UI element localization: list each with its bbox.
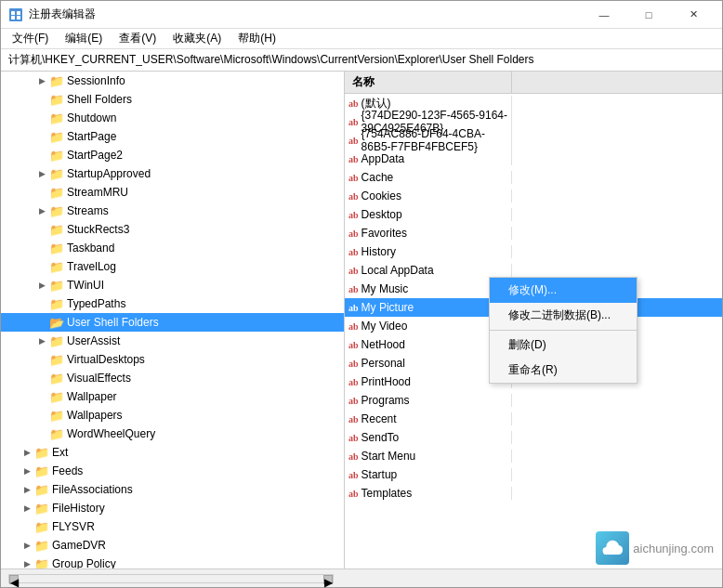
value-name: ab Desktop <box>345 208 512 221</box>
menu-edit[interactable]: 编辑(E) <box>58 29 110 48</box>
folder-icon: 📁 <box>49 372 64 385</box>
expand-icon[interactable]: ▶ <box>34 73 49 88</box>
tree-item-twinui[interactable]: ▶ 📁 TWinUI <box>1 276 344 294</box>
tree-item-startpage2[interactable]: 📁 StartPage2 <box>1 146 344 164</box>
ab-icon: ab <box>348 340 359 350</box>
value-row-recent[interactable]: ab Recent <box>345 410 722 428</box>
value-row-sendto[interactable]: ab SendTo <box>345 428 722 447</box>
tree-item-stuckrects3[interactable]: 📁 StuckRects3 <box>1 220 344 239</box>
tree-item-startpage[interactable]: 📁 StartPage <box>1 127 344 146</box>
folder-icon: 📁 <box>49 130 64 143</box>
h-scrollbar[interactable]: ◀ ▶ <box>8 574 334 583</box>
value-row-favorites[interactable]: ab Favorites <box>345 224 722 242</box>
context-menu-rename[interactable]: 重命名(R) <box>490 358 637 383</box>
expand-icon[interactable]: ▶ <box>20 556 34 568</box>
title-bar-left: 注册表编辑器 <box>8 7 96 22</box>
context-menu-modify[interactable]: 修改(M)... <box>490 278 637 303</box>
value-label: Personal <box>362 357 405 370</box>
value-name: ab History <box>345 245 512 258</box>
tree-item-userassist[interactable]: ▶ 📁 UserAssist <box>1 332 344 350</box>
folder-icon: 📁 <box>49 353 64 366</box>
tree-item-virtualdesktops[interactable]: 📁 VirtualDesktops <box>1 350 344 369</box>
close-button[interactable]: ✕ <box>672 1 715 29</box>
tree-item-visualeffects[interactable]: 📁 VisualEffects <box>1 369 344 387</box>
menu-favorites[interactable]: 收藏夹(A) <box>165 29 229 48</box>
tree-item-typedpaths[interactable]: 📁 TypedPaths <box>1 294 344 313</box>
registry-editor-window: 注册表编辑器 — □ ✕ 文件(F) 编辑(E) 查看(V) 收藏夹(A) 帮助… <box>0 0 723 588</box>
ab-icon: ab <box>348 117 359 127</box>
tree-item-travellog[interactable]: 📁 TravelLog <box>1 257 344 276</box>
value-row-startmenu[interactable]: ab Start Menu <box>345 447 722 465</box>
tree-item-gamedvr[interactable]: ▶ 📁 GameDVR <box>1 536 344 555</box>
context-menu-delete[interactable]: 删除(D) <box>490 333 637 358</box>
tree-label: GameDVR <box>52 539 106 552</box>
expand-icon[interactable]: ▶ <box>20 501 34 516</box>
watermark: aichunjing.com <box>596 531 714 565</box>
tree-item-shellfolders[interactable]: 📁 Shell Folders <box>1 90 344 109</box>
ab-icon: ab <box>348 451 359 462</box>
tree-item-wallpaper[interactable]: 📁 Wallpaper <box>1 387 344 406</box>
menu-file[interactable]: 文件(F) <box>5 29 56 48</box>
maximize-button[interactable]: □ <box>627 1 670 29</box>
tree-item-fileassociations[interactable]: ▶ 📁 FileAssociations <box>1 480 344 499</box>
expand-icon[interactable]: ▶ <box>34 278 49 293</box>
tree-label: StuckRects3 <box>67 223 129 236</box>
ab-icon: ab <box>348 266 359 276</box>
expand-icon[interactable]: ▶ <box>34 333 49 348</box>
expand-placeholder <box>34 222 49 237</box>
expand-icon[interactable]: ▶ <box>20 538 34 553</box>
tree-item-startupapproved[interactable]: ▶ 📁 StartupApproved <box>1 164 344 183</box>
expand-icon[interactable]: ▶ <box>20 464 34 478</box>
tree-item-taskband[interactable]: 📁 Taskband <box>1 239 344 257</box>
tree-item-grouppolicy[interactable]: ▶ 📁 Group Policy <box>1 555 344 568</box>
value-row-appdata[interactable]: ab AppData <box>345 150 722 168</box>
tree-item-wordwheelquery[interactable]: 📁 WordWheelQuery <box>1 425 344 443</box>
value-row-desktop[interactable]: ab Desktop <box>345 205 722 224</box>
main-content: ▶ 📁 SessionInfo 📁 Shell Folders 📁 Shutdo… <box>1 72 722 568</box>
tree-item-wallpapers[interactable]: 📁 Wallpapers <box>1 406 344 425</box>
scroll-right-btn[interactable]: ▶ <box>323 575 333 584</box>
value-label: My Music <box>362 282 409 295</box>
ab-icon: ab <box>348 377 359 387</box>
expand-icon[interactable]: ▶ <box>20 482 34 497</box>
context-menu-modify-bin[interactable]: 修改二进制数据(B)... <box>490 303 637 328</box>
value-row-startup[interactable]: ab Startup <box>345 465 722 484</box>
tree-label: TravelLog <box>67 260 116 273</box>
tree-item-usershellfolders[interactable]: 📂 User Shell Folders <box>1 313 344 332</box>
tree-label: Wallpapers <box>67 409 123 422</box>
tree-label: UserAssist <box>67 334 120 347</box>
menu-help[interactable]: 帮助(H) <box>230 29 283 48</box>
ab-icon: ab <box>348 284 359 294</box>
value-pane[interactable]: 名称 ab (默认) ab {374DE290-123F-4565-9164-3… <box>345 72 722 568</box>
value-name: ab SendTo <box>345 431 512 444</box>
value-label: Recent <box>362 412 397 425</box>
expand-icon[interactable]: ▶ <box>34 166 49 181</box>
tree-item-flysvr[interactable]: 📁 FLYSVR <box>1 517 344 536</box>
expand-icon[interactable]: ▶ <box>34 203 49 218</box>
tree-item-streammru[interactable]: 📁 StreamMRU <box>1 183 344 202</box>
expand-placeholder <box>34 129 49 144</box>
value-name: ab Cache <box>345 171 512 184</box>
value-row-guid2[interactable]: ab {754AC886-DF64-4CBA-86B5-F7FBF4FBCEF5… <box>345 131 722 150</box>
folder-icon: 📁 <box>49 409 64 422</box>
expand-icon[interactable]: ▶ <box>20 445 34 460</box>
value-row-cache[interactable]: ab Cache <box>345 168 722 187</box>
value-row-programs[interactable]: ab Programs <box>345 391 722 410</box>
context-menu: 修改(M)... 修改二进制数据(B)... 删除(D) 重命名(R) <box>489 277 638 384</box>
tree-item-filehistory[interactable]: ▶ 📁 FileHistory <box>1 499 344 517</box>
expand-placeholder <box>34 426 49 441</box>
minimize-button[interactable]: — <box>583 1 625 29</box>
value-row-cookies[interactable]: ab Cookies <box>345 187 722 205</box>
menu-view[interactable]: 查看(V) <box>112 29 164 48</box>
ab-icon: ab <box>348 414 359 425</box>
tree-item-streams[interactable]: ▶ 📁 Streams <box>1 202 344 220</box>
value-row-history[interactable]: ab History <box>345 242 722 261</box>
tree-item-shutdown[interactable]: 📁 Shutdown <box>1 109 344 127</box>
tree-item-feeds[interactable]: ▶ 📁 Feeds <box>1 462 344 480</box>
tree-item-ext[interactable]: ▶ 📁 Ext <box>1 443 344 462</box>
value-row-templates[interactable]: ab Templates <box>345 484 722 503</box>
svg-rect-2 <box>17 11 20 15</box>
tree-pane[interactable]: ▶ 📁 SessionInfo 📁 Shell Folders 📁 Shutdo… <box>1 72 345 568</box>
tree-item-sessioninfo[interactable]: ▶ 📁 SessionInfo <box>1 72 344 90</box>
scroll-left-btn[interactable]: ◀ <box>9 575 19 584</box>
